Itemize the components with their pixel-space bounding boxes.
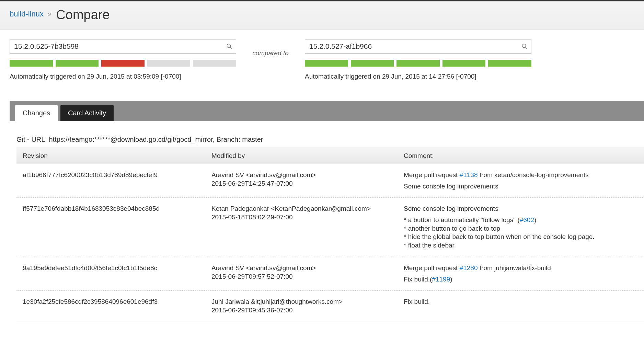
right-pipeline-search[interactable] xyxy=(305,39,531,54)
modified-by-cell: Juhi Jariwala &lt;juhijari@thoughtworks.… xyxy=(205,298,398,314)
left-pipeline-search[interactable] xyxy=(10,39,236,54)
stage-bar[interactable] xyxy=(488,60,531,67)
revision-cell: 9a195e9defee51dfc4d00456fe1c0fc1b1f5de8c xyxy=(16,264,205,284)
table-row: 1e30fa2f25cfe586cdf2c395864096e601e96df3… xyxy=(16,291,644,322)
revision-cell: ff5771e706fdabb18f4b1683053c83e04bec885d xyxy=(16,205,205,250)
compared-to-label: compared to xyxy=(250,39,291,57)
tab-changes[interactable]: Changes xyxy=(15,105,58,121)
breadcrumb-separator: » xyxy=(47,10,51,18)
issue-link[interactable]: #602 xyxy=(520,216,534,223)
tab-card-activity[interactable]: Card Activity xyxy=(60,105,114,121)
page-title: Compare xyxy=(56,8,110,22)
comment-cell: Merge pull request #1280 from juhijariwa… xyxy=(398,264,644,284)
stage-bar[interactable] xyxy=(305,60,348,67)
comment-cell: Merge pull request #1138 from ketan/cons… xyxy=(398,171,644,191)
column-header-modified-by: Modified by xyxy=(205,152,398,160)
stage-bar[interactable] xyxy=(147,60,191,67)
tabs-bar: Changes Card Activity xyxy=(10,101,644,121)
left-pipeline-input[interactable] xyxy=(10,39,236,53)
stage-bar[interactable] xyxy=(10,60,53,67)
stage-bar[interactable] xyxy=(193,60,236,67)
svg-line-1 xyxy=(230,47,232,49)
left-stage-bars xyxy=(10,60,236,67)
issue-link[interactable]: #1138 xyxy=(460,171,478,178)
modified-by-cell: Ketan Padegaonkar <KetanPadegaonkar@gmai… xyxy=(205,205,398,250)
column-header-revision: Revision xyxy=(16,152,205,160)
svg-line-3 xyxy=(525,47,527,49)
stage-bar[interactable] xyxy=(101,60,145,67)
changes-table: Revision Modified by Comment: af1b966f77… xyxy=(16,148,644,322)
stage-bar[interactable] xyxy=(442,60,486,67)
repo-info: Git - URL: https://teamgo:******@downloa… xyxy=(16,136,644,143)
svg-point-2 xyxy=(522,44,526,48)
table-header: Revision Modified by Comment: xyxy=(16,148,644,164)
table-row: ff5771e706fdabb18f4b1683053c83e04bec885d… xyxy=(16,198,644,257)
stage-bar[interactable] xyxy=(351,60,394,67)
breadcrumb-link[interactable]: build-linux xyxy=(10,10,44,18)
search-icon[interactable] xyxy=(226,43,232,49)
stage-bar[interactable] xyxy=(396,60,440,67)
table-row: 9a195e9defee51dfc4d00456fe1c0fc1b1f5de8c… xyxy=(16,257,644,291)
right-stage-bars xyxy=(305,60,531,67)
issue-link[interactable]: #1280 xyxy=(460,264,478,272)
modified-by-cell: Aravind SV <arvind.sv@gmail.com>2015-06-… xyxy=(205,171,398,191)
issue-link[interactable]: #1199 xyxy=(432,276,450,283)
compare-right-column: Automatically triggered on 29 Jun, 2015 … xyxy=(305,39,531,80)
tab-content: Git - URL: https://teamgo:******@downloa… xyxy=(0,121,644,322)
table-row: af1b966f777fc6200023c0b13d789d89ebecfef9… xyxy=(16,164,644,198)
compare-row: Automatically triggered on 29 Jun, 2015 … xyxy=(0,30,644,89)
right-pipeline-input[interactable] xyxy=(305,39,531,53)
svg-point-0 xyxy=(227,44,231,48)
page-header: build-linux » Compare xyxy=(0,1,644,30)
compare-left-column: Automatically triggered on 29 Jun, 2015 … xyxy=(10,39,236,80)
modified-by-cell: Aravind SV <arvind.sv@gmail.com>2015-06-… xyxy=(205,264,398,284)
revision-cell: 1e30fa2f25cfe586cdf2c395864096e601e96df3 xyxy=(16,298,205,314)
right-trigger-text: Automatically triggered on 29 Jun, 2015 … xyxy=(305,73,531,80)
comment-cell: Some console log improvements* a button … xyxy=(398,205,644,250)
stage-bar[interactable] xyxy=(56,60,99,67)
search-icon[interactable] xyxy=(521,43,528,49)
revision-cell: af1b966f777fc6200023c0b13d789d89ebecfef9 xyxy=(16,171,205,191)
comment-cell: Fix build. xyxy=(398,298,644,314)
left-trigger-text: Automatically triggered on 29 Jun, 2015 … xyxy=(10,73,236,80)
column-header-comment: Comment: xyxy=(398,152,644,160)
